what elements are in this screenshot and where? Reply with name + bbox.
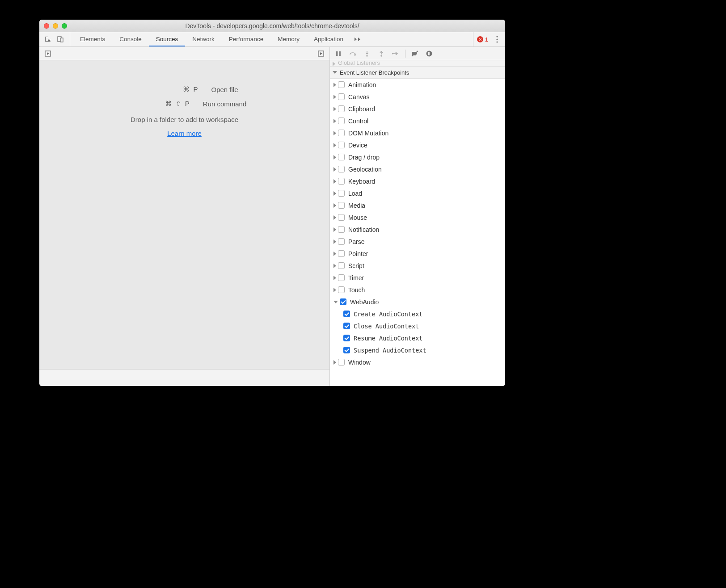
event-listener-breakpoints-header[interactable]: Event Listener Breakpoints — [330, 67, 505, 78]
show-navigator-icon[interactable] — [42, 48, 54, 59]
breakpoint-category[interactable]: Keyboard — [330, 175, 505, 187]
breakpoint-item[interactable]: Close AudioContext — [330, 320, 505, 332]
breakpoint-item[interactable]: Suspend AudioContext — [330, 344, 505, 356]
breakpoint-category[interactable]: Control — [330, 115, 505, 127]
tab-memory[interactable]: Memory — [270, 32, 307, 46]
error-badge[interactable]: ✕ 1 — [473, 32, 492, 46]
checkbox[interactable] — [338, 250, 345, 257]
category-label: Animation — [348, 81, 376, 88]
category-label: Canvas — [348, 93, 369, 101]
checkbox[interactable] — [338, 81, 345, 88]
step-over-icon[interactable] — [348, 49, 358, 59]
toolbar-separator — [405, 50, 405, 58]
chevron-right-icon — [333, 288, 336, 292]
breakpoint-category[interactable]: Load — [330, 187, 505, 199]
devtools-window: DevTools - developers.google.com/web/too… — [39, 20, 505, 386]
breakpoint-category[interactable]: Geolocation — [330, 163, 505, 175]
category-label: Load — [348, 190, 362, 197]
step-icon[interactable] — [391, 49, 401, 59]
main-split: ⌘ P Open file ⌘ ⇧ P Run command Drop in … — [39, 47, 505, 386]
checkbox[interactable] — [343, 335, 350, 341]
inspect-element-icon[interactable] — [42, 34, 54, 45]
chevron-down-icon — [333, 301, 338, 303]
show-debugger-icon[interactable] — [315, 48, 327, 59]
main-menu-icon[interactable] — [492, 36, 502, 43]
step-into-icon[interactable] — [362, 49, 372, 59]
breakpoint-category[interactable]: WebAudio — [330, 296, 505, 308]
open-file-label: Open file — [211, 86, 238, 93]
drop-folder-text: Drop in a folder to add to workspace — [131, 116, 238, 123]
checkbox[interactable] — [338, 154, 345, 160]
sources-footer — [39, 369, 329, 386]
checkbox[interactable] — [338, 226, 345, 233]
learn-more-link[interactable]: Learn more — [167, 130, 202, 137]
breakpoint-category[interactable]: Timer — [330, 272, 505, 284]
pause-on-exceptions-icon[interactable] — [424, 49, 434, 59]
checkbox[interactable] — [338, 238, 345, 245]
tab-console[interactable]: Console — [112, 32, 149, 46]
breakpoint-category[interactable]: Mouse — [330, 211, 505, 223]
zoom-window-button[interactable] — [62, 23, 67, 29]
tab-sources[interactable]: Sources — [149, 32, 186, 46]
checkbox[interactable] — [340, 298, 346, 305]
checkbox[interactable] — [338, 93, 345, 100]
tab-network[interactable]: Network — [185, 32, 222, 46]
pause-icon[interactable] — [333, 49, 343, 59]
checkbox[interactable] — [338, 178, 345, 185]
checkbox[interactable] — [338, 286, 345, 293]
item-label: Create AudioContext — [354, 311, 422, 318]
checkbox[interactable] — [338, 214, 345, 221]
svg-point-14 — [426, 50, 432, 56]
checkbox[interactable] — [338, 190, 345, 197]
tab-performance[interactable]: Performance — [222, 32, 270, 46]
breakpoint-category[interactable]: Drag / drop — [330, 151, 505, 163]
checkbox[interactable] — [338, 142, 345, 148]
global-listeners-section[interactable]: Global Listeners — [330, 60, 505, 67]
checkbox[interactable] — [338, 274, 345, 281]
breakpoint-category[interactable]: Notification — [330, 223, 505, 235]
category-label: Drag / drop — [348, 154, 380, 161]
tab-application[interactable]: Application — [307, 32, 350, 46]
debugger-pane: Global Listeners Event Listener Breakpoi… — [330, 47, 505, 386]
checkbox[interactable] — [338, 202, 345, 209]
close-window-button[interactable] — [44, 23, 49, 29]
checkbox[interactable] — [343, 323, 350, 329]
breakpoint-item[interactable]: Resume AudioContext — [330, 332, 505, 344]
breakpoint-category[interactable]: Touch — [330, 284, 505, 296]
svg-point-11 — [380, 55, 382, 57]
svg-rect-16 — [429, 52, 430, 55]
breakpoint-category[interactable]: Canvas — [330, 91, 505, 103]
breakpoint-category[interactable]: DOM Mutation — [330, 127, 505, 139]
chevron-right-icon — [333, 131, 336, 135]
category-label: WebAudio — [350, 298, 379, 306]
breakpoint-category[interactable]: Window — [330, 356, 505, 368]
tab-elements[interactable]: Elements — [73, 32, 112, 46]
minimize-window-button[interactable] — [53, 23, 58, 29]
tabs-overflow-icon[interactable] — [350, 36, 365, 43]
category-label: Script — [348, 262, 364, 269]
step-out-icon[interactable] — [376, 49, 386, 59]
deactivate-breakpoints-icon[interactable] — [410, 49, 420, 59]
breakpoint-category[interactable]: Script — [330, 260, 505, 272]
checkbox[interactable] — [338, 262, 345, 269]
checkbox[interactable] — [338, 166, 345, 172]
checkbox[interactable] — [343, 311, 350, 317]
open-file-keys: ⌘ P — [131, 85, 211, 93]
checkbox[interactable] — [338, 105, 345, 112]
checkbox[interactable] — [338, 130, 345, 136]
category-label: Window — [348, 359, 371, 366]
svg-rect-15 — [428, 52, 429, 55]
checkbox[interactable] — [338, 118, 345, 124]
breakpoint-category[interactable]: Parse — [330, 235, 505, 248]
svg-point-2 — [496, 36, 498, 37]
breakpoint-category[interactable]: Clipboard — [330, 103, 505, 115]
breakpoint-item[interactable]: Create AudioContext — [330, 308, 505, 320]
breakpoint-category[interactable]: Pointer — [330, 248, 505, 260]
chevron-right-icon — [333, 107, 336, 111]
checkbox[interactable] — [338, 359, 345, 365]
device-toolbar-icon[interactable] — [55, 34, 66, 45]
breakpoint-category[interactable]: Media — [330, 199, 505, 211]
breakpoint-category[interactable]: Device — [330, 139, 505, 151]
checkbox[interactable] — [343, 347, 350, 353]
breakpoint-category[interactable]: Animation — [330, 79, 505, 91]
